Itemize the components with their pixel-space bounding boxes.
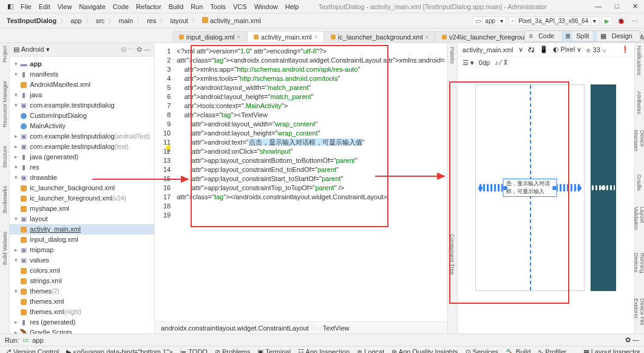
tool-component-tree[interactable]: Component Tree bbox=[449, 234, 455, 275]
menu-vcs[interactable]: VCS bbox=[229, 2, 251, 12]
preview-device[interactable]: ◐ Pixel ∨ bbox=[553, 46, 582, 53]
tool-services[interactable]: ⊙ Services bbox=[466, 348, 498, 353]
tree-item-activity-main[interactable]: activity_main.xml bbox=[10, 224, 154, 235]
line-gutter: 12345678910111213141516171819 bbox=[155, 43, 174, 334]
crumb-layout[interactable]: layout bbox=[167, 16, 191, 26]
tool-resource-manager[interactable]: Resource Manager bbox=[2, 81, 8, 128]
tool-bookmarks[interactable]: Bookmarks bbox=[2, 186, 8, 213]
window-title: TestInputDialog - activity_main.xml [Tes… bbox=[314, 2, 551, 12]
tab-ic-launcher-bg[interactable]: ic_launcher_background.xml× bbox=[324, 31, 435, 43]
more-actions[interactable]: ⋯ bbox=[629, 17, 640, 25]
palette-tool-strip: Palette Component Tree bbox=[447, 43, 457, 334]
tool-gradle[interactable]: Gradle bbox=[636, 174, 642, 191]
close-icon[interactable]: × bbox=[314, 34, 317, 40]
menu-refactor[interactable]: Refactor bbox=[132, 2, 165, 12]
code-area[interactable]: 💡 <?xml attr">version="1.0" attr">encodi… bbox=[174, 43, 447, 334]
app-icon: ◧ bbox=[4, 1, 17, 12]
left-tool-strip: Project Resource Manager Structure Bookm… bbox=[0, 43, 10, 334]
project-settings-icon[interactable]: ⊙ ⋯ ✿ — bbox=[121, 46, 151, 53]
tool-build-variants[interactable]: Build Variants bbox=[2, 231, 8, 265]
editor-view-mode: ≡ Code ≣ Split ▦ Design bbox=[524, 30, 640, 42]
code-editor[interactable]: 12345678910111213141516171819 💡 <?xml at… bbox=[155, 43, 447, 334]
menu-view[interactable]: View bbox=[54, 2, 76, 12]
tool-attributes[interactable]: Attributes bbox=[636, 91, 642, 114]
preview-blueprint[interactable] bbox=[591, 84, 616, 291]
preview-error-icon[interactable]: ❗ bbox=[621, 46, 629, 53]
preview-phone-icon[interactable]: 📱 bbox=[540, 46, 548, 53]
run-tool-window-header[interactable]: Run: ▭ app ✿ — bbox=[0, 334, 644, 346]
preview-extra[interactable]: ♪ ∕ ⊼ bbox=[495, 59, 507, 67]
menu-edit[interactable]: Edit bbox=[35, 2, 54, 12]
crumb-src[interactable]: src bbox=[93, 16, 108, 26]
menu-file[interactable]: File bbox=[17, 2, 35, 12]
tool-notifications[interactable]: Notifications bbox=[636, 46, 642, 75]
preview-api[interactable]: ⍟ 33 ∨ bbox=[586, 46, 606, 53]
main-menu-bar: ◧ File Edit View Navigate Code Refactor … bbox=[0, 0, 644, 13]
tool-structure[interactable]: Structure bbox=[2, 146, 8, 168]
view-mode-code[interactable]: ≡ Code bbox=[525, 31, 561, 41]
tool-project[interactable]: Project bbox=[2, 46, 8, 63]
tool-version-control[interactable]: ⎇ Version Control bbox=[4, 348, 59, 353]
tool-app-inspection[interactable]: ☳ App Inspection bbox=[298, 348, 350, 353]
tool-build[interactable]: 🔨 Build bbox=[506, 348, 531, 353]
menu-run[interactable]: Run bbox=[187, 2, 206, 12]
tool-profiler[interactable]: ∿ Profiler bbox=[538, 348, 566, 353]
preview-canvas[interactable]: 击，显示输入对话框，可显示输入 bbox=[475, 84, 585, 291]
tool-device-manager[interactable]: Device Manager bbox=[633, 130, 644, 159]
tool-device-file-explorer[interactable]: Device File Explorer bbox=[633, 298, 644, 334]
close-icon[interactable]: × bbox=[425, 34, 429, 40]
crumb-main[interactable]: main bbox=[115, 16, 136, 26]
crumb-res[interactable]: res bbox=[144, 16, 159, 26]
preview-file[interactable]: activity_main.xml bbox=[463, 46, 514, 53]
close-button[interactable]: ✕ bbox=[629, 1, 642, 12]
right-tool-strip: Notifications Attributes Device Manager … bbox=[634, 43, 644, 334]
view-mode-design[interactable]: ▦ Design bbox=[597, 31, 640, 41]
run-config-selector[interactable]: ▭ app ▾ bbox=[472, 16, 506, 26]
navigation-bar: TestInputDialog〉 app〉 src〉 main〉 res〉 la… bbox=[0, 13, 644, 29]
preview-rotate-icon[interactable]: 🗘 bbox=[528, 46, 535, 53]
tool-terminal[interactable]: ▣ Terminal bbox=[257, 348, 290, 353]
tool-problems[interactable]: ⊘ Problems bbox=[215, 348, 251, 353]
bottom-tool-strip: ⎇ Version Control ▶ <общspan data-bind="… bbox=[0, 346, 644, 353]
editor-breadcrumb[interactable]: androidx.constraintlayout.widget.Constra… bbox=[155, 321, 447, 334]
device-selector[interactable]: ▫ Pixel_3a_API_33_x86_64 ▾ bbox=[509, 16, 599, 26]
tool-quality[interactable]: ⊛ App Quality Insights bbox=[391, 348, 458, 353]
project-view-selector[interactable]: ▤ Android ▾ bbox=[13, 46, 49, 53]
menu-build[interactable]: Build bbox=[165, 2, 187, 12]
preview-options[interactable]: ☰ ▾ bbox=[463, 59, 474, 67]
tool-running-devices[interactable]: Running Devices bbox=[633, 253, 644, 283]
menu-code[interactable]: Code bbox=[109, 2, 132, 12]
crumb-app[interactable]: app bbox=[67, 16, 84, 26]
tool-layout-inspector[interactable]: ▦ Layout Inspector bbox=[583, 348, 640, 353]
preview-odp[interactable]: 0dp bbox=[479, 59, 490, 66]
tool-layout-validation[interactable]: Layout Validation bbox=[633, 207, 644, 236]
layout-preview: activity_main.xml∨ 🗘 📱 ◐ Pixel ∨ ⍟ 33 ∨ … bbox=[457, 43, 634, 334]
tab-input-dialog[interactable]: input_dialog.xml× bbox=[172, 31, 247, 43]
project-tree[interactable]: ▾▬app ▾▮manifests AndroidManifest.xml ▾▮… bbox=[10, 57, 154, 334]
maximize-button[interactable]: □ bbox=[611, 1, 623, 12]
tool-todo[interactable]: ≔ TODO bbox=[180, 348, 207, 353]
menu-help[interactable]: Help bbox=[282, 2, 303, 12]
view-mode-split[interactable]: ≣ Split bbox=[561, 31, 596, 41]
menu-window[interactable]: Window bbox=[251, 2, 282, 12]
intention-bulb-icon[interactable]: 💡 bbox=[164, 144, 172, 153]
preview-textview[interactable]: 击，显示输入对话框，可显示输入 bbox=[503, 179, 557, 197]
project-tool-window: ▤ Android ▾⊙ ⋯ ✿ — ▾▬app ▾▮manifests And… bbox=[10, 43, 155, 334]
menu-navigate[interactable]: Navigate bbox=[75, 2, 109, 12]
crumb-file[interactable]: activity_main.xml bbox=[199, 16, 264, 26]
menu-tools[interactable]: Tools bbox=[206, 2, 229, 12]
debug-button[interactable]: 🐞 bbox=[615, 17, 627, 25]
minimize-button[interactable]: — bbox=[591, 1, 605, 12]
tab-activity-main[interactable]: activity_main.xml× bbox=[247, 31, 324, 43]
crumb-project[interactable]: TestInputDialog bbox=[4, 16, 59, 26]
tool-run[interactable]: ▶ <общspan data-bind="bottom.1"> bbox=[66, 348, 172, 353]
tool-logcat[interactable]: ≋ Logcat bbox=[357, 348, 384, 353]
run-button[interactable]: ▶ bbox=[602, 16, 612, 26]
close-icon[interactable]: × bbox=[237, 34, 240, 40]
tool-palette[interactable]: Palette bbox=[449, 47, 455, 64]
